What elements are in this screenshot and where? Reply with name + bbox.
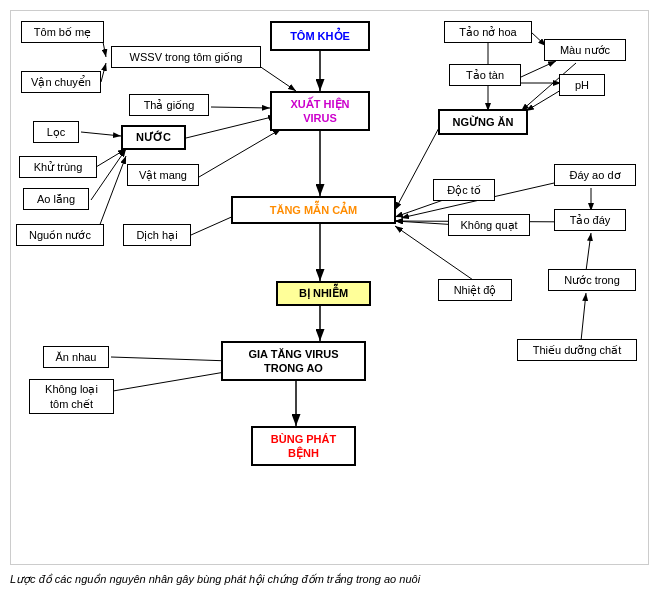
node-tao-tan: Tảo tàn bbox=[449, 64, 521, 86]
node-xuat-hien-virus: XUẤT HIỆN VIRUS bbox=[270, 91, 370, 131]
svg-line-6 bbox=[81, 132, 121, 136]
svg-line-31 bbox=[586, 233, 591, 271]
node-nuoc: NƯỚC bbox=[121, 125, 186, 150]
node-van-chuyen: Vận chuyển bbox=[21, 71, 101, 93]
svg-line-4 bbox=[211, 107, 270, 108]
node-doc-to: Độc tố bbox=[433, 179, 495, 201]
node-bi-nhiem: BỊ NHIỄM bbox=[276, 281, 371, 306]
caption: Lược đồ các nguồn nguyên nhân gây bùng p… bbox=[10, 573, 649, 586]
node-ph: pH bbox=[559, 74, 605, 96]
node-dich-hai: Dịch hại bbox=[123, 224, 191, 246]
node-thieu-duong-chat: Thiếu dưỡng chất bbox=[517, 339, 637, 361]
svg-line-2 bbox=[101, 63, 106, 82]
node-khong-loai-tom-chet: Không loại tôm chết bbox=[29, 379, 114, 414]
node-wssv-trong-tom-giong: WSSV trong tôm giống bbox=[111, 46, 261, 68]
node-tom-khoe: TÔM KHỎE bbox=[270, 21, 370, 51]
svg-line-17 bbox=[111, 357, 231, 361]
node-nuoc-trong: Nước trong bbox=[548, 269, 636, 291]
node-tao-no-hoa: Tảo nở hoa bbox=[444, 21, 532, 43]
svg-line-10 bbox=[199, 129, 281, 177]
node-mau-nuoc: Màu nước bbox=[544, 39, 626, 61]
svg-line-5 bbox=[186, 116, 276, 138]
node-gia-tang-virus: GIA TĂNG VIRUS TRONG AO bbox=[221, 341, 366, 381]
node-bung-phat-benh: BÙNG PHÁT BỆNH bbox=[251, 426, 356, 466]
node-khu-trung: Khử trùng bbox=[19, 156, 97, 178]
node-ao-lang: Ao lắng bbox=[23, 188, 89, 210]
diagram: TÔM KHỎE XUẤT HIỆN VIRUS TĂNG MẪN CẢM BỊ… bbox=[10, 10, 649, 565]
node-tang-man-cam: TĂNG MẪN CẢM bbox=[231, 196, 396, 224]
node-ngung-an: NGỪNG ĂN bbox=[438, 109, 528, 135]
node-tom-bo-me: Tôm bố mẹ bbox=[21, 21, 104, 43]
svg-line-7 bbox=[96, 149, 126, 167]
node-an-nhau: Ăn nhau bbox=[43, 346, 109, 368]
svg-line-32 bbox=[581, 293, 586, 341]
node-nguon-nuoc: Nguồn nước bbox=[16, 224, 104, 246]
node-vat-mang: Vật mang bbox=[127, 164, 199, 186]
node-nhiet-do: Nhiệt độ bbox=[438, 279, 512, 301]
svg-line-20 bbox=[521, 61, 556, 77]
node-khong-quat: Không quạt bbox=[448, 214, 530, 236]
svg-line-18 bbox=[113, 371, 231, 391]
node-tha-giong: Thả giống bbox=[129, 94, 209, 116]
node-day-ao-do: Đáy ao dơ bbox=[554, 164, 636, 186]
node-loc: Lọc bbox=[33, 121, 79, 143]
node-tao-day: Tảo đáy bbox=[554, 209, 626, 231]
